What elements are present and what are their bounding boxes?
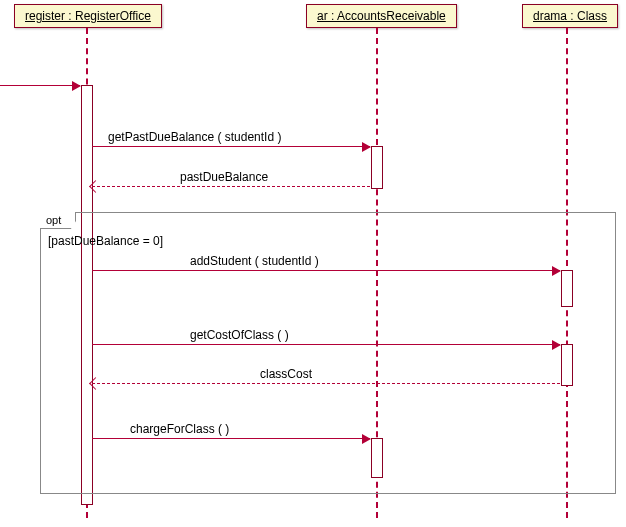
msg-chargeForClass: [92, 438, 370, 439]
activation-drama-2: [561, 344, 573, 386]
msg-label-chargeForClass: chargeForClass ( ): [130, 422, 229, 436]
msg-label-getPastDueBalance: getPastDueBalance ( studentId ): [108, 130, 281, 144]
msg-getPastDueBalance: [92, 146, 370, 147]
return-label-classCost: classCost: [260, 367, 312, 381]
return-label-pastDueBalance: pastDueBalance: [180, 170, 268, 184]
lifeline-head-drama: drama : Class: [522, 4, 618, 28]
sequence-diagram: { "lifelines": { "register": { "label": …: [0, 0, 626, 527]
msg-addStudent: [92, 270, 560, 271]
lifeline-head-ar: ar : AccountsReceivable: [306, 4, 457, 28]
fragment-guard: [pastDueBalance = 0]: [48, 234, 163, 248]
fragment-operator-label: opt: [40, 212, 76, 229]
found-message-arrow: [0, 85, 80, 86]
return-pastDueBalance: [92, 186, 370, 187]
activation-ar-1: [371, 146, 383, 189]
fragment-opt: [40, 212, 616, 494]
lifeline-head-register: register : RegisterOffice: [14, 4, 162, 28]
activation-drama-1: [561, 270, 573, 307]
msg-label-getCostOfClass: getCostOfClass ( ): [190, 328, 289, 342]
msg-label-addStudent: addStudent ( studentId ): [190, 254, 319, 268]
return-classCost: [92, 383, 560, 384]
msg-getCostOfClass: [92, 344, 560, 345]
activation-ar-2: [371, 438, 383, 478]
